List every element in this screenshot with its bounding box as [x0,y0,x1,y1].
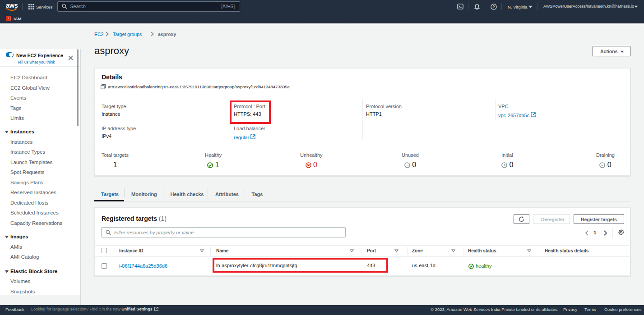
svg-text:?: ? [492,5,495,9]
